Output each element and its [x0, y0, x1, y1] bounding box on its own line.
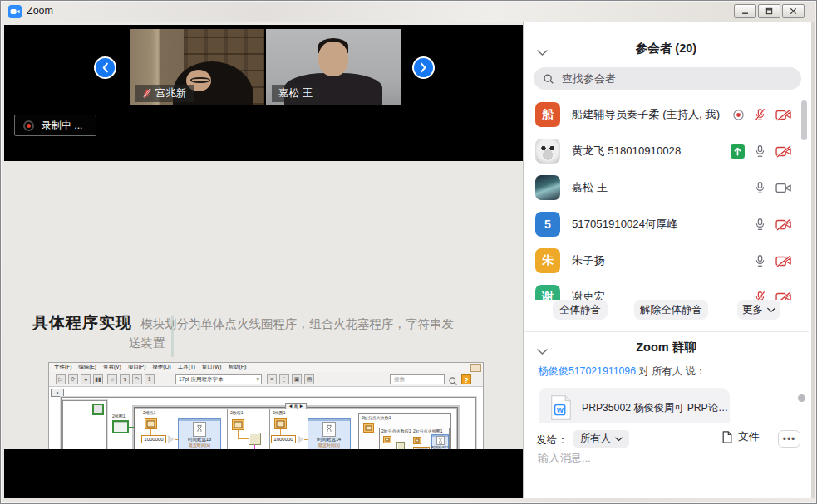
- mic-icon[interactable]: [754, 218, 766, 231]
- numeric-terminal: [274, 418, 287, 429]
- abort-button[interactable]: ●: [81, 374, 91, 384]
- participant-row[interactable]: 朱朱子扬: [524, 242, 809, 279]
- camera-off-icon[interactable]: [775, 145, 792, 158]
- context-help-icon[interactable]: ?: [461, 374, 471, 384]
- slide-body-line2: 送装置: [129, 334, 486, 353]
- chat-message-meta: 杨俊俊517021911096 对 所有人 说：: [538, 365, 706, 379]
- numeric-terminal: [145, 418, 157, 429]
- camera-icon[interactable]: [775, 182, 792, 194]
- menu-item[interactable]: 项目(P): [128, 364, 146, 371]
- shared-screen-slide: 具体程序实现 模块划分为单体点火线圈程序，组合火花塞程序，字符串发 送装置 文件…: [4, 161, 523, 449]
- distribute-objects-button[interactable]: ⋮: [279, 374, 289, 384]
- more-options-button[interactable]: 更多: [737, 300, 780, 320]
- numeric-constant: 1000000: [141, 435, 166, 443]
- express-vi-icon: [249, 433, 261, 445]
- loop-selector-tab[interactable]: ▾: [51, 389, 64, 397]
- menu-item[interactable]: 操作(O): [152, 364, 170, 371]
- close-button[interactable]: [782, 4, 805, 18]
- camera-off-icon[interactable]: [775, 291, 792, 301]
- multiply-node: [168, 435, 175, 443]
- minimize-button[interactable]: [734, 4, 756, 18]
- menu-item[interactable]: 工具(T): [178, 364, 195, 371]
- participants-scrollbar[interactable]: [801, 100, 807, 140]
- chat-header: Zoom 群聊: [524, 338, 809, 356]
- mic-icon[interactable]: [754, 144, 766, 158]
- chat-sender[interactable]: 杨俊俊517021911096: [538, 365, 636, 377]
- hourglass-icon: [193, 422, 206, 437]
- font-selector-combo[interactable]: 17pt 应用程序字体: [175, 374, 262, 384]
- video-tile-1[interactable]: 宫兆新: [130, 29, 264, 105]
- step-into-button[interactable]: ↴: [120, 374, 130, 384]
- recording-badge[interactable]: 录制中 ...: [14, 115, 96, 136]
- block-diagram-canvas[interactable]: ▾火花塞间隔 (ms)1000000 时间延迟25 延迟时间(s)2线圈12线圈…: [49, 387, 483, 449]
- mic-icon[interactable]: [754, 254, 766, 267]
- participant-row[interactable]: 船船建辅导员秦子柔 (主持人, 我): [524, 96, 809, 133]
- timer-label: 时间延迟14: [317, 437, 341, 443]
- recording-text: 录制中 ...: [42, 119, 82, 133]
- participant-name: 黄龙飞 518010910028: [572, 144, 731, 159]
- video-name-label: 宫兆新: [135, 85, 194, 102]
- run-button[interactable]: ▷: [56, 374, 66, 384]
- time-delay-block: 时间延迟13 延迟时间(s): [178, 418, 221, 449]
- mic-muted-icon[interactable]: [754, 108, 766, 121]
- participants-search[interactable]: [534, 67, 801, 90]
- word-document-icon: W: [550, 394, 572, 421]
- participant-row[interactable]: 嘉松 王: [524, 169, 809, 206]
- align-objects-button[interactable]: ≡: [267, 374, 277, 384]
- green-up-arrow-icon: [731, 144, 745, 159]
- send-file-button[interactable]: 文件: [721, 430, 760, 444]
- labview-window: 文件(F)编辑(E)查看(V)项目(P)操作(O)工具(T)窗口(W)帮助(H)…: [48, 362, 484, 449]
- labview-search-field[interactable]: 搜索: [390, 374, 445, 384]
- mute-all-button[interactable]: 全体静音: [553, 300, 608, 320]
- labview-toolbar[interactable]: ▷ ⟳ ● ▮▮ ☼ ↴ ↷ ↥ 17pt 应用程序字体 ≡ ⋮ ▣ ▤ 搜索: [49, 372, 483, 387]
- participant-row[interactable]: 谢谢史宏: [524, 279, 809, 300]
- slide-body-text: 模块划分为单体点火线圈程序，组合火花塞程序，字符串发 送装置: [129, 315, 486, 353]
- chat-message-input[interactable]: [536, 451, 794, 465]
- menu-item[interactable]: 查看(V): [103, 364, 121, 371]
- compose-more-button[interactable]: •••: [778, 430, 800, 448]
- menu-item[interactable]: 帮助(H): [229, 364, 247, 371]
- avatar: 朱: [535, 248, 560, 273]
- participant-row[interactable]: 黄龙飞 518010910028: [524, 133, 809, 169]
- highlight-execution-button[interactable]: ☼: [107, 374, 117, 384]
- unmute-all-button[interactable]: 解除全体静音: [634, 300, 708, 320]
- step-out-button[interactable]: ↥: [145, 374, 155, 384]
- send-to-dropdown[interactable]: 所有人: [573, 430, 629, 448]
- restore-button[interactable]: [758, 4, 780, 18]
- run-continuous-button[interactable]: ⟳: [68, 374, 78, 384]
- mic-muted-icon[interactable]: [754, 291, 766, 300]
- while-loop-frame: ◀ 真 ▶2继点11000000 时间延迟13 延迟时间(s)2数程12线圈11…: [134, 407, 458, 449]
- chevron-down-icon: [615, 437, 623, 442]
- camera-off-icon[interactable]: [775, 218, 792, 231]
- svg-text:W: W: [557, 406, 564, 414]
- resize-objects-button[interactable]: ▣: [292, 374, 302, 384]
- chat-file-attachment[interactable]: W PRP35002 杨俊俊周可 PRP论…: [539, 388, 730, 428]
- loop-condition-tab[interactable]: ◀ 真 ▶: [285, 403, 307, 409]
- chat-scrollbar[interactable]: [798, 394, 805, 402]
- search-icon: [448, 374, 458, 384]
- menu-item[interactable]: 窗口(W): [202, 364, 221, 371]
- step-over-button[interactable]: ↷: [132, 374, 142, 384]
- participant-list[interactable]: 船船建辅导员秦子柔 (主持人, 我) 黄龙飞 518010910028 嘉松 王…: [524, 96, 809, 300]
- search-icon: [543, 73, 554, 85]
- search-participants-input[interactable]: [560, 71, 776, 86]
- previous-videos-button[interactable]: [94, 56, 116, 79]
- pause-button[interactable]: ▮▮: [93, 374, 103, 384]
- video-tile-2[interactable]: 嘉松 王: [266, 29, 401, 105]
- labview-menubar[interactable]: 文件(F)编辑(E)查看(V)项目(P)操作(O)工具(T)窗口(W)帮助(H): [49, 363, 483, 372]
- chevron-down-icon: [767, 307, 775, 313]
- mic-icon[interactable]: [754, 181, 766, 194]
- frame-divider: [269, 409, 270, 449]
- timer-label: 时间延迟13: [188, 437, 211, 443]
- menu-item[interactable]: 文件(F): [54, 364, 71, 371]
- camera-off-icon[interactable]: [775, 255, 792, 267]
- reorder-button[interactable]: ▤: [304, 374, 314, 384]
- next-videos-button[interactable]: [412, 56, 435, 79]
- participant-video-name: 宫兆新: [155, 86, 187, 100]
- camera-off-icon[interactable]: [775, 109, 792, 121]
- participant-row[interactable]: 5517051910024何厚峰: [524, 206, 809, 242]
- menu-item[interactable]: 编辑(E): [78, 364, 96, 371]
- muted-mic-icon: [142, 88, 152, 99]
- titlebar[interactable]: Zoom: [1, 1, 816, 22]
- avatar: 谢: [535, 285, 560, 300]
